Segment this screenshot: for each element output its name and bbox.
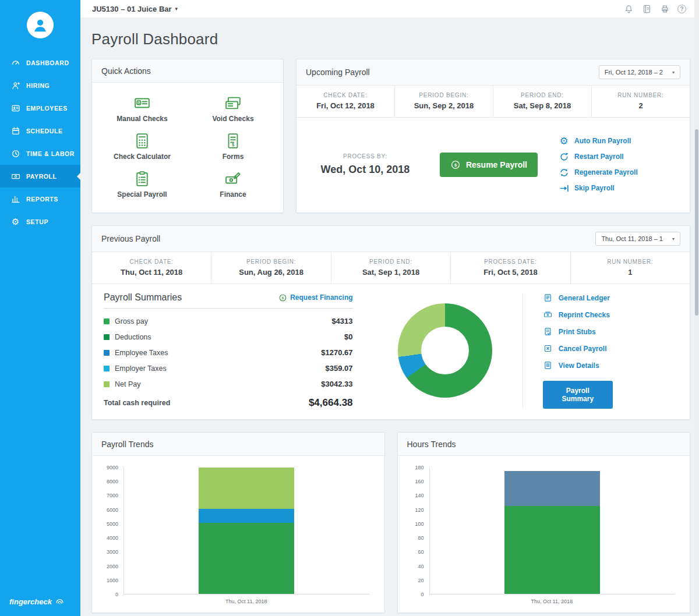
previous-payroll-card: Previous Payroll Thu, Oct 11, 2018 – 1 ▾… [91, 225, 690, 420]
quick-action-label: Special Payroll [117, 190, 167, 199]
check-calculator-icon [133, 132, 151, 150]
previous-body: Payroll Summaries $ Request Financing Gr… [92, 284, 690, 419]
scrollbar-thumb[interactable] [695, 129, 698, 316]
payroll-trends-card: Payroll Trends 0100020003000400050006000… [91, 432, 385, 613]
svg-text:$: $ [454, 162, 457, 167]
previous-actions: General Ledger Reprint Checks Print Stub… [523, 292, 678, 409]
bell-icon[interactable] [623, 3, 634, 14]
summary-row: Net Pay $3042.33 [104, 376, 353, 392]
upcoming-actions: ⚙ Auto Run Payroll Restart Payroll Regen… [554, 136, 679, 193]
legend-swatch [104, 350, 110, 356]
special-payroll-button[interactable]: Special Payroll [97, 165, 188, 203]
quick-actions-grid: $ Manual Checks Void Checks Check Calcul… [92, 83, 283, 213]
sidebar-item-hiring[interactable]: HIRING [0, 74, 80, 97]
reprint-checks-link[interactable]: Reprint Checks [543, 310, 678, 320]
general-ledger-link[interactable]: General Ledger [543, 293, 678, 303]
upcoming-run-selector[interactable]: Fri, Oct 12, 2018 – 2 ▾ [599, 65, 680, 79]
previous-run-selector[interactable]: Thu, Oct 11, 2018 – 1 ▾ [595, 232, 680, 246]
hours-trends-chart: 020406080100120140160180 [398, 456, 690, 594]
contacts-icon[interactable] [641, 3, 652, 14]
sidebar-item-payroll[interactable]: PAYROLL [0, 165, 80, 187]
payroll-summaries-title: Payroll Summaries [104, 292, 182, 303]
sidebar-item-label: EMPLOYEES [26, 105, 68, 112]
sidebar-item-setup[interactable]: ⚙ SETUP [0, 210, 80, 233]
request-financing-link[interactable]: $ Request Financing [278, 293, 352, 302]
main-area: JU5130 – 01 Juice Bar ▾ ? Payroll Dashbo… [80, 0, 699, 616]
sidebar-item-dashboard[interactable]: DASHBOARD [0, 51, 80, 74]
manual-checks-icon: $ [133, 94, 151, 112]
quick-action-label: Finance [220, 190, 246, 199]
check-calculator-button[interactable]: Check Calculator [97, 128, 188, 165]
total-cash-value: $4,664.38 [309, 397, 353, 409]
printer-icon[interactable] [659, 3, 670, 14]
forms-button[interactable]: $ Forms [188, 128, 278, 165]
void-checks-icon [224, 94, 242, 112]
y-axis: 0100020003000400050006000700080009000 [99, 468, 123, 594]
ledger-icon [543, 293, 553, 303]
previous-fields: CHECK DATE: Thu, Oct 11, 2018 PERIOD BEG… [92, 252, 690, 284]
plot-area [123, 468, 369, 594]
sidebar-item-schedule[interactable]: SCHEDULE [0, 119, 80, 142]
auto-run-payroll-link[interactable]: ⚙ Auto Run Payroll [559, 136, 679, 146]
hours-trends-title: Hours Trends [407, 440, 456, 449]
payroll-icon [10, 171, 20, 181]
upcoming-fields: CHECK DATE: Fri, Oct 12, 2018 PERIOD BEG… [296, 86, 690, 118]
cancel-payroll-link[interactable]: Cancel Payroll [543, 344, 678, 354]
sidebar-item-label: TIME & LABOR [26, 150, 75, 157]
legend-swatch [104, 366, 110, 371]
sidebar-item-label: PAYROLL [26, 173, 57, 180]
print-stubs-link[interactable]: Print Stubs [543, 327, 678, 337]
period-end-field: PERIOD END: Sat, Sep 1, 2018 [331, 252, 451, 284]
details-icon [543, 360, 553, 371]
sidebar-item-employees[interactable]: EMPLOYEES [0, 97, 80, 119]
finance-button[interactable]: Finance [188, 165, 278, 203]
resume-payroll-button[interactable]: $ Resume Payroll [440, 153, 538, 177]
stacked-bar [504, 468, 600, 594]
sidebar: DASHBOARD HIRING EMPLOYEES SCHEDULE TIME… [0, 0, 80, 616]
restart-payroll-link[interactable]: Restart Payroll [559, 151, 679, 162]
sidebar-item-time-labor[interactable]: TIME & LABOR [0, 142, 80, 165]
legend-swatch [104, 318, 110, 324]
restart-icon [559, 151, 569, 162]
finance-icon [224, 170, 242, 187]
view-details-link[interactable]: View Details [543, 360, 678, 371]
scrollbar[interactable] [694, 0, 699, 616]
hours-trends-card: Hours Trends 020406080100120140160180 Th… [397, 432, 691, 613]
sidebar-item-label: REPORTS [26, 196, 58, 203]
sidebar-nav: DASHBOARD HIRING EMPLOYEES SCHEDULE TIME… [0, 51, 80, 233]
sidebar-item-label: SCHEDULE [26, 128, 63, 134]
forms-icon: $ [224, 132, 242, 150]
sidebar-item-label: DASHBOARD [26, 59, 69, 66]
svg-text:$: $ [232, 142, 235, 147]
process-by-label: PROCESS BY: [307, 153, 423, 160]
cancel-icon [543, 344, 553, 354]
stacked-bar [199, 468, 294, 594]
dollar-circle-icon: $ [450, 160, 461, 170]
avatar[interactable] [27, 12, 54, 38]
total-cash-row: Total cash required $4,664.38 [104, 397, 353, 409]
resume-payroll-label: Resume Payroll [466, 160, 527, 169]
topbar-icons: ? [623, 3, 686, 14]
fingerprint-icon [55, 597, 65, 607]
page-title: Payroll Dashboard [91, 30, 690, 48]
legend-swatch [104, 381, 110, 387]
skip-payroll-link[interactable]: Skip Payroll [559, 183, 679, 193]
process-date-field: PROCESS DATE: Fri, Oct 5, 2018 [451, 252, 570, 284]
clock-icon [10, 148, 20, 158]
process-by-date: Wed, Oct 10, 2018 [307, 164, 423, 176]
plot-area [429, 468, 675, 594]
company-name: JU5130 – 01 Juice Bar [92, 5, 172, 13]
company-selector[interactable]: JU5130 – 01 Juice Bar ▾ [92, 5, 178, 13]
regenerate-payroll-link[interactable]: Regenerate Payroll [559, 167, 679, 178]
payroll-summary-button[interactable]: Payroll Summary [543, 381, 613, 409]
person-icon [31, 16, 49, 34]
sidebar-item-reports[interactable]: REPORTS [0, 187, 80, 210]
process-by-block: PROCESS BY: Wed, Oct 10, 2018 [307, 153, 423, 176]
fingercheck-logo: fingercheck [0, 597, 80, 616]
upcoming-payroll-title: Upcoming Payroll [306, 68, 370, 77]
help-icon[interactable]: ? [677, 5, 686, 13]
manual-checks-button[interactable]: $ Manual Checks [97, 90, 188, 128]
period-begin-field: PERIOD BEGIN: Sun, Aug 26, 2018 [211, 252, 331, 284]
void-checks-button[interactable]: Void Checks [188, 90, 278, 128]
special-payroll-icon [133, 170, 151, 187]
